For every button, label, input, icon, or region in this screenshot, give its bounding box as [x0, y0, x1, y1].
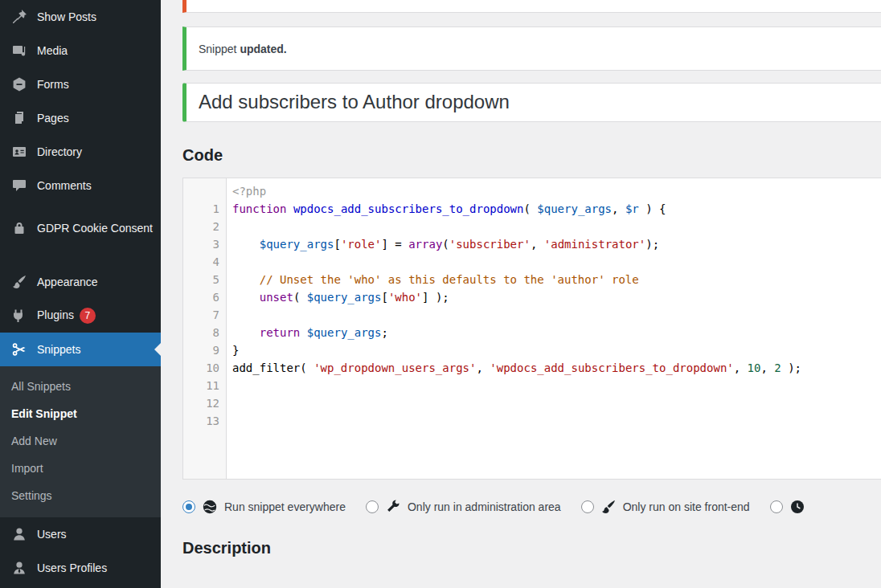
- snippet-title-input[interactable]: [182, 83, 881, 122]
- sidebar-item-label: Appearance: [37, 275, 98, 290]
- line-number: 6: [183, 288, 227, 306]
- code-section-heading: Code: [182, 146, 881, 165]
- sidebar-item-plugins[interactable]: Plugins7: [0, 299, 161, 333]
- user-icon: [11, 526, 27, 542]
- admin-sidebar: Show PostsMediaFormsPagesDirectoryCommen…: [0, 0, 161, 588]
- code-line: 1function wpdocs_add_subscribers_to_drop…: [183, 200, 881, 218]
- scope-option-label: Only run in administration area: [408, 500, 561, 513]
- code-line-content: [227, 306, 232, 324]
- brush-icon: [11, 274, 27, 290]
- sidebar-item-pages[interactable]: Pages: [0, 101, 161, 135]
- globe-icon: [202, 499, 218, 515]
- code-line: 13: [183, 412, 881, 430]
- scissors-icon: [11, 341, 27, 357]
- line-number: 2: [183, 218, 227, 235]
- sidebar-item-directory[interactable]: Directory: [0, 135, 161, 169]
- main-content: Snippet updated. Code <?php1function wpd…: [161, 0, 881, 588]
- pages-icon: [11, 110, 27, 126]
- sidebar-item-label: Show Posts: [37, 10, 96, 25]
- snippets-submenu: All SnippetsEdit SnippetAdd NewImportSet…: [0, 366, 161, 517]
- line-number: 5: [183, 271, 227, 288]
- sidebar-item-label: Plugins7: [37, 308, 96, 324]
- code-line-content: [227, 218, 232, 235]
- scope-option-clipped[interactable]: [770, 499, 805, 515]
- wrench-icon: [385, 499, 401, 515]
- sidebar-item-gdpr-cookie-consent[interactable]: GDPR Cookie Consent: [0, 202, 161, 254]
- radio-button[interactable]: [581, 500, 594, 513]
- sidebar-item-media[interactable]: Media: [0, 34, 161, 67]
- scope-option-run-snippet-everywhere[interactable]: Run snippet everywhere: [182, 499, 346, 515]
- plug-icon: [11, 308, 27, 324]
- line-number: 3: [183, 235, 227, 253]
- code-line: 3 $query_args['role'] = array('subscribe…: [183, 235, 881, 253]
- forms-icon: [11, 76, 27, 92]
- code-line-content: [227, 253, 232, 271]
- code-line-content: }: [227, 341, 239, 359]
- sidebar-item-snippets[interactable]: Snippets: [0, 333, 161, 366]
- code-line-content: return $query_args;: [227, 324, 388, 341]
- code-line: 10add_filter( 'wp_dropdown_users_args', …: [183, 359, 881, 377]
- submenu-item-all-snippets[interactable]: All Snippets: [0, 373, 161, 400]
- code-line: 6 unset( $query_args['who'] );: [183, 288, 881, 306]
- line-number: 12: [183, 394, 227, 412]
- code-line-content: add_filter( 'wp_dropdown_users_args', 'w…: [227, 359, 801, 377]
- clock-icon: [789, 499, 805, 515]
- sidebar-item-show-posts[interactable]: Show Posts: [0, 0, 161, 34]
- description-heading: Description: [182, 539, 881, 557]
- code-line-content: <?php: [227, 182, 266, 200]
- scope-option-only-run-on-site-front-end[interactable]: Only run on site front-end: [581, 499, 750, 515]
- sidebar-item-users[interactable]: Users: [0, 517, 161, 551]
- paintbrush-icon: [600, 499, 617, 515]
- line-number: 4: [183, 253, 227, 271]
- menu-separator: [0, 254, 161, 265]
- user-profile-icon: [11, 560, 27, 576]
- code-line: <?php: [183, 182, 881, 200]
- comments-icon: [11, 178, 27, 194]
- line-number: 7: [183, 306, 227, 324]
- pin-icon: [11, 9, 27, 25]
- code-line: 5 // Unset the 'who' as this defaults to…: [183, 271, 881, 288]
- code-line-content: [227, 394, 232, 412]
- update-count-badge: 7: [80, 308, 96, 324]
- code-line: 7: [183, 306, 881, 324]
- code-line: 2: [183, 218, 881, 235]
- code-line: 9}: [183, 341, 881, 359]
- sidebar-item-appearance[interactable]: Appearance: [0, 265, 161, 299]
- submenu-item-add-new[interactable]: Add New: [0, 427, 161, 455]
- scope-option-only-run-in-administration-area[interactable]: Only run in administration area: [366, 499, 561, 515]
- sidebar-item-label: Pages: [37, 111, 69, 126]
- code-editor[interactable]: <?php1function wpdocs_add_subscribers_to…: [182, 178, 881, 480]
- success-notice-text: Snippet updated.: [199, 43, 287, 55]
- sidebar-item-label: Snippets: [37, 342, 80, 357]
- code-line-content: [227, 377, 232, 394]
- scope-option-label: Run snippet everywhere: [224, 500, 346, 513]
- radio-button[interactable]: [366, 500, 379, 513]
- sidebar-item-label: GDPR Cookie Consent: [37, 221, 153, 236]
- line-number: 1: [183, 200, 227, 218]
- sidebar-item-users-profiles[interactable]: Users Profiles: [0, 551, 161, 585]
- code-line-content: $query_args['role'] = array('subscriber'…: [227, 235, 659, 253]
- sidebar-item-label: Users Profiles: [37, 561, 107, 576]
- line-number: 13: [183, 412, 227, 430]
- notice-warning-partial: [182, 0, 881, 13]
- line-number: 11: [183, 377, 227, 394]
- media-icon: [11, 43, 27, 59]
- radio-button[interactable]: [182, 500, 195, 513]
- sidebar-item-label: Media: [37, 43, 68, 59]
- code-line: 11: [183, 377, 881, 394]
- submenu-item-import[interactable]: Import: [0, 455, 161, 482]
- sidebar-item-comments[interactable]: Comments: [0, 169, 161, 202]
- code-line: 4: [183, 253, 881, 271]
- sidebar-item-label: Directory: [37, 145, 82, 160]
- line-number: 10: [183, 359, 227, 377]
- code-line-content: function wpdocs_add_subscribers_to_dropd…: [227, 200, 666, 218]
- line-number: 9: [183, 341, 227, 359]
- line-number: [183, 182, 227, 200]
- directory-icon: [11, 144, 27, 160]
- code-line: 12: [183, 394, 881, 412]
- submenu-item-settings[interactable]: Settings: [0, 482, 161, 509]
- submenu-item-edit-snippet[interactable]: Edit Snippet: [0, 400, 161, 427]
- snippet-scope-options: Run snippet everywhereOnly run in admini…: [182, 499, 881, 515]
- sidebar-item-forms[interactable]: Forms: [0, 67, 161, 101]
- radio-button[interactable]: [770, 500, 783, 513]
